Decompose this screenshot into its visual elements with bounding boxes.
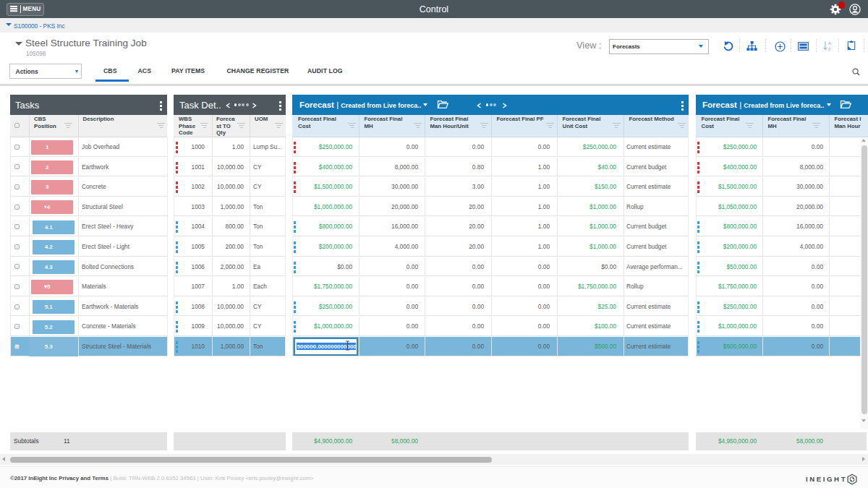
svg-text:Z: Z bbox=[828, 46, 831, 51]
svg-text:A: A bbox=[828, 40, 832, 46]
